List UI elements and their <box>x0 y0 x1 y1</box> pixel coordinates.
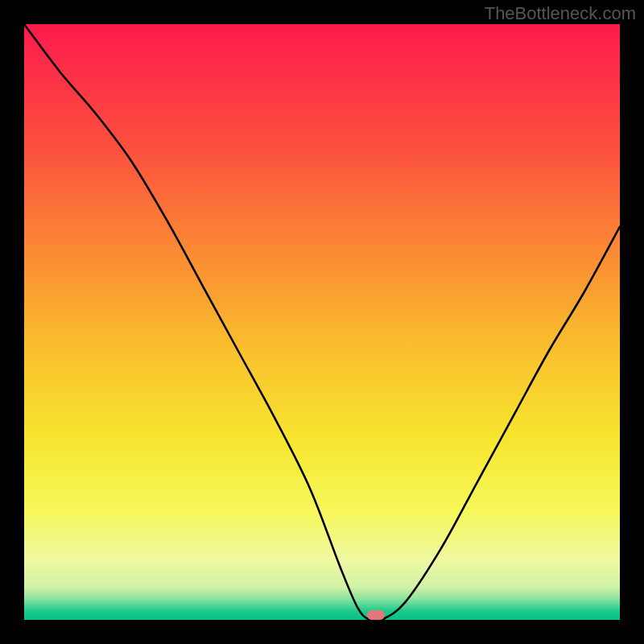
plot-area <box>24 24 620 620</box>
min-marker <box>367 610 385 620</box>
chart-frame: TheBottleneck.com <box>0 0 644 644</box>
watermark-text: TheBottleneck.com <box>485 3 636 24</box>
bottleneck-curve <box>24 24 620 620</box>
